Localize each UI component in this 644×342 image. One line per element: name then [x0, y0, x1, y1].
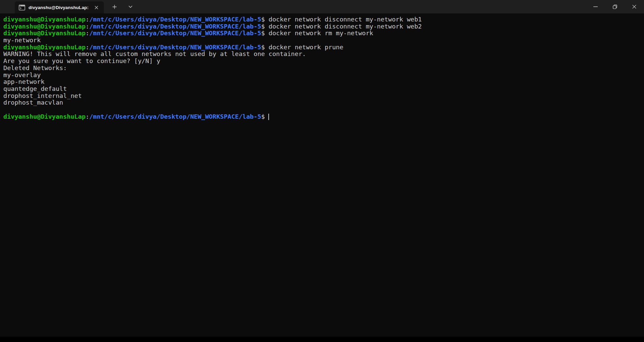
- prompt-separator: :: [86, 16, 89, 23]
- minimize-button[interactable]: [586, 0, 605, 13]
- output-text: WARNING! This will remove all custom net…: [3, 50, 306, 57]
- prompt-path: /mnt/c/Users/divya/Desktop/NEW_WORKSPACE…: [89, 23, 261, 30]
- terminal-line: Are you sure you want to continue? [y/N]…: [3, 58, 642, 65]
- output-text: Are you sure you want to continue? [y/N]…: [3, 57, 160, 64]
- terminal-line: Deleted Networks:: [3, 65, 642, 72]
- terminal-line: quantedge_default: [3, 86, 642, 93]
- terminal-line: drophost_macvlan: [3, 99, 642, 106]
- terminal-line: divyanshu@DivyanshuLap:/mnt/c/Users/divy…: [3, 30, 642, 37]
- close-button[interactable]: [625, 0, 644, 13]
- terminal-line: WARNING! This will remove all custom net…: [3, 51, 642, 58]
- titlebar-drag-region[interactable]: [136, 0, 586, 13]
- output-text: my-overlay: [3, 71, 41, 78]
- terminal-line: my-network: [3, 37, 642, 44]
- terminal-window-icon: [19, 5, 25, 10]
- output-text: my-network: [3, 37, 41, 44]
- prompt-user-host: divyanshu@DivyanshuLap: [3, 23, 86, 30]
- prompt-path: /mnt/c/Users/divya/Desktop/NEW_WORKSPACE…: [89, 30, 261, 37]
- prompt-symbol: $: [261, 16, 265, 23]
- terminal-line: app-network: [3, 78, 642, 86]
- terminal-line: divyanshu@DivyanshuLap:/mnt/c/Users/divy…: [3, 23, 642, 30]
- terminal-screen[interactable]: divyanshu@DivyanshuLap:/mnt/c/Users/divy…: [0, 13, 644, 337]
- plus-icon: [112, 5, 117, 9]
- command-text: docker network rm my-network: [265, 30, 373, 37]
- output-text: drophost_internal_net: [3, 92, 82, 99]
- prompt-symbol: $: [261, 30, 265, 37]
- command-text: docker network disconnect my-network web…: [265, 23, 422, 30]
- text-cursor: [268, 114, 269, 120]
- prompt-symbol: $: [261, 113, 265, 120]
- close-icon: [632, 5, 636, 9]
- output-text: drophost_macvlan: [3, 99, 63, 106]
- minimize-icon: [593, 6, 598, 7]
- terminal-line: drophost_internal_net: [3, 93, 642, 100]
- terminal-line: divyanshu@DivyanshuLap:/mnt/c/Users/divy…: [3, 44, 642, 51]
- tab-strip: divyanshu@DivyanshuLap: /m: [0, 0, 104, 13]
- prompt-symbol: $: [261, 23, 265, 30]
- prompt-user-host: divyanshu@DivyanshuLap: [3, 113, 86, 120]
- new-tab-button[interactable]: [109, 2, 120, 11]
- prompt-path: /mnt/c/Users/divya/Desktop/NEW_WORKSPACE…: [89, 44, 261, 51]
- prompt-path: /mnt/c/Users/divya/Desktop/NEW_WORKSPACE…: [89, 16, 261, 23]
- window-controls: [586, 0, 644, 13]
- restore-button[interactable]: [605, 0, 625, 13]
- tab-title: divyanshu@DivyanshuLap: /m: [29, 5, 89, 10]
- terminal-line: divyanshu@DivyanshuLap:/mnt/c/Users/divy…: [3, 16, 642, 23]
- title-bar[interactable]: divyanshu@DivyanshuLap: /m: [0, 0, 644, 13]
- prompt-separator: :: [86, 23, 89, 30]
- prompt-user-host: divyanshu@DivyanshuLap: [3, 30, 86, 37]
- output-text: Deleted Networks:: [3, 64, 67, 71]
- prompt-separator: :: [86, 44, 89, 51]
- command-text: docker network prune: [265, 44, 343, 51]
- tab-terminal-session[interactable]: divyanshu@DivyanshuLap: /m: [15, 1, 104, 13]
- prompt-separator: :: [86, 113, 89, 120]
- chevron-down-icon: [128, 5, 132, 8]
- prompt-user-host: divyanshu@DivyanshuLap: [3, 16, 86, 23]
- restore-down-icon: [613, 5, 617, 9]
- terminal-line: [3, 106, 642, 113]
- terminal-line: my-overlay: [3, 72, 642, 79]
- prompt-symbol: $: [261, 44, 265, 51]
- tab-dropdown-button[interactable]: [125, 2, 136, 11]
- terminal-line: divyanshu@DivyanshuLap:/mnt/c/Users/divy…: [3, 113, 642, 120]
- prompt-path: /mnt/c/Users/divya/Desktop/NEW_WORKSPACE…: [89, 113, 261, 120]
- window-bottom-edge: [0, 337, 644, 342]
- output-text: quantedge_default: [3, 85, 67, 92]
- command-text: docker network disconnect my-network web…: [265, 16, 422, 23]
- tab-close-icon[interactable]: [92, 3, 101, 12]
- output-text: app-network: [3, 78, 45, 85]
- prompt-user-host: divyanshu@DivyanshuLap: [3, 44, 86, 51]
- prompt-separator: :: [86, 30, 89, 37]
